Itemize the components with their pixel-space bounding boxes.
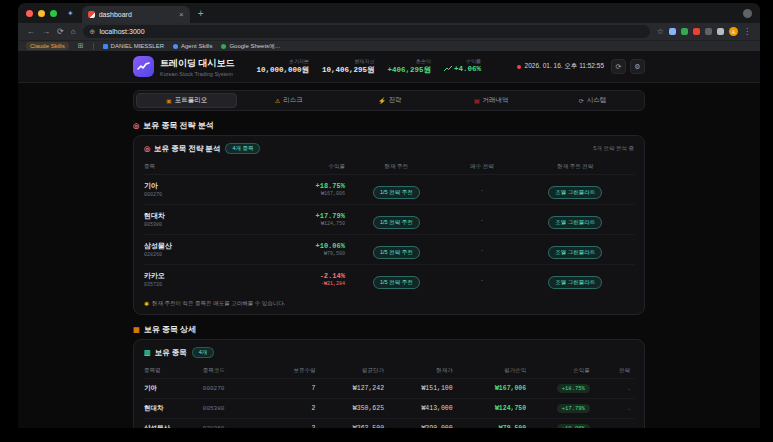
pnl-value: ₩167,006 — [453, 385, 527, 392]
profile-avatar[interactable]: A — [729, 27, 738, 36]
pnl-value: ₩79,500 — [453, 425, 527, 428]
return-amount: ₩167,006 — [267, 191, 345, 197]
header-stats: 초기자본 10,000,000원 현재자산 10,406,295원 총손익 +4… — [257, 58, 482, 75]
stat-label: 총손익 — [388, 58, 432, 64]
recommend-pill: 1/5 전략 추천 — [373, 186, 420, 199]
settings-button[interactable]: ⚙ — [630, 59, 645, 74]
tab-label: 거래내역 — [483, 96, 509, 105]
apps-grid-icon[interactable]: ⊞ — [78, 42, 84, 50]
col-header: 현재가 — [384, 367, 453, 374]
table-row: 카카오035720 -2.14%-₩21,284 1/5 전략 추천 - 조엘 … — [144, 265, 634, 294]
strategy-section-title: ◎ 보유 종목 전략 분석 — [133, 120, 645, 131]
lightning-icon: ⚡ — [378, 97, 386, 104]
pinned-tab-icon[interactable]: ✦ — [67, 9, 74, 18]
stat-value: 10,406,295원 — [322, 65, 375, 75]
strategy-pill: 조엘 그린블라트 — [548, 216, 602, 229]
reload-icon[interactable]: ⟳ — [57, 27, 64, 36]
bookmark-star-icon[interactable]: ☆ — [657, 27, 664, 36]
refresh-button[interactable]: ⟳ — [611, 59, 626, 74]
back-icon[interactable]: ← — [27, 27, 35, 36]
extension-icon[interactable] — [693, 28, 700, 35]
card-title-text: 보유 종목 전략 분석 — [154, 144, 220, 154]
datetime-text: 2026. 01. 16. 오후 11:52:55 — [525, 62, 604, 71]
app-header: 트레이딩 대시보드 Korean Stock Trading System 초기… — [18, 51, 760, 83]
strategy-cell: - — [590, 406, 634, 412]
close-window-button[interactable] — [26, 10, 33, 17]
maximize-window-button[interactable] — [50, 10, 57, 17]
window-controls — [26, 10, 57, 17]
stock-name: 카카오 — [144, 271, 267, 281]
app-subtitle: Korean Stock Trading System — [160, 71, 235, 77]
recommend-pill: 1/5 전략 추천 — [373, 276, 420, 289]
bookmark-google-sheets[interactable]: Google Sheets에... — [221, 42, 280, 51]
menu-dots-icon[interactable]: ⋮ — [743, 27, 751, 36]
tab-risk[interactable]: ⚠ 리스크 — [239, 93, 338, 108]
toolbar-extensions: ☆ A ⋮ — [657, 27, 751, 36]
buy-strategy: - — [448, 277, 517, 283]
stock-code: 000270 — [144, 192, 267, 198]
app-logo — [133, 56, 154, 77]
col-header: 종목명 — [144, 367, 203, 374]
holdings-count-badge: 4개 — [192, 347, 215, 358]
bookmark-icon — [221, 44, 226, 49]
tab-portfolio[interactable]: ▣ 포트폴리오 — [136, 93, 237, 108]
table-row: 삼성물산 028260 3 ₩263,500 ₩290,000 ₩79,500 … — [144, 419, 634, 428]
stat-return-rate: 수익률 +4.06% — [444, 58, 481, 75]
briefcase-icon: ▣ — [166, 97, 172, 104]
col-header: 매수 전략 — [448, 163, 517, 170]
bookmark-claude-skills[interactable]: Claude Skills — [26, 42, 69, 50]
tab-strategy[interactable]: ⚡ 전략 — [340, 93, 439, 108]
holdings-section-title: ▦ 보유 종목 상세 — [133, 324, 645, 335]
avg-price: ₩263,500 — [315, 425, 384, 428]
quantity: 2 — [262, 405, 316, 412]
site-info-icon[interactable]: ⊕ — [90, 28, 96, 36]
address-bar[interactable]: ⊕ localhost:3000 — [83, 25, 650, 38]
minimize-window-button[interactable] — [38, 10, 45, 17]
table-row: 현대차 005380 2 ₩350,625 ₩413,000 ₩124,750 … — [144, 399, 634, 419]
bookmark-icon — [173, 44, 178, 49]
stock-code: 028260 — [144, 252, 267, 258]
tab-system[interactable]: ⟳ 시스템 — [543, 93, 642, 108]
return-pct: +10.06% — [267, 242, 345, 250]
stock-name: 현대차 — [144, 211, 267, 221]
tab-close-icon[interactable]: × — [179, 10, 184, 19]
return-amount: ₩124,750 — [267, 221, 345, 227]
lightbulb-icon: ✱ — [144, 300, 149, 307]
col-header: 평균단가 — [315, 367, 384, 374]
new-tab-button[interactable]: + — [198, 8, 204, 19]
forward-icon[interactable]: → — [42, 27, 50, 36]
bookmark-agent-skills[interactable]: Agent Skills — [173, 43, 212, 49]
current-price: ₩290,000 — [384, 425, 453, 428]
dashboard-page: 트레이딩 대시보드 Korean Stock Trading System 초기… — [18, 51, 760, 428]
extension-icon[interactable] — [669, 28, 676, 35]
current-price: ₩413,000 — [384, 405, 453, 412]
home-icon[interactable]: ⌂ — [71, 27, 76, 36]
clipboard-icon: ▤ — [474, 97, 480, 104]
strategy-pill: 조엘 그린블라트 — [548, 186, 602, 199]
section-title-text: 보유 종목 전략 분석 — [143, 120, 214, 131]
section-title-text: 보유 종목 상세 — [144, 324, 196, 335]
avg-price: ₩350,625 — [315, 405, 384, 412]
bookmark-label: DANIEL MIESSLER — [111, 43, 164, 49]
holdings-card: ▥ 보유 종목 4개 종목명 종목코드 보유수량 평균단가 현재가 평가손익 손… — [133, 339, 645, 428]
col-header: 종목코드 — [203, 367, 262, 374]
stock-name: 기아 — [144, 181, 267, 191]
window-profile-icon[interactable] — [743, 9, 752, 18]
col-header: 평가손익 — [453, 367, 527, 374]
browser-tab[interactable]: dashboard × — [82, 6, 190, 23]
rate-pill: +10.06% — [557, 424, 590, 428]
tab-history[interactable]: ▤ 거래내역 — [442, 93, 541, 108]
target-icon: ◎ — [133, 122, 139, 130]
stock-code: 035720 — [144, 282, 267, 288]
extension-icon[interactable] — [717, 28, 724, 35]
strategy-pill: 조엘 그린블라트 — [548, 246, 602, 259]
stock-code: 005380 — [203, 405, 262, 412]
extension-icon[interactable] — [705, 28, 712, 35]
bookmark-daniel-miessler[interactable]: DANIEL MIESSLER — [103, 43, 164, 49]
stock-name: 삼성물산 — [144, 241, 267, 251]
browser-toolbar: ← → ⟳ ⌂ ⊕ localhost:3000 ☆ A ⋮ — [18, 23, 760, 40]
stock-name: 현대차 — [144, 404, 203, 413]
extension-icon[interactable] — [681, 28, 688, 35]
bookmark-label: Google Sheets에... — [229, 42, 280, 51]
bookmark-separator — [93, 43, 94, 50]
